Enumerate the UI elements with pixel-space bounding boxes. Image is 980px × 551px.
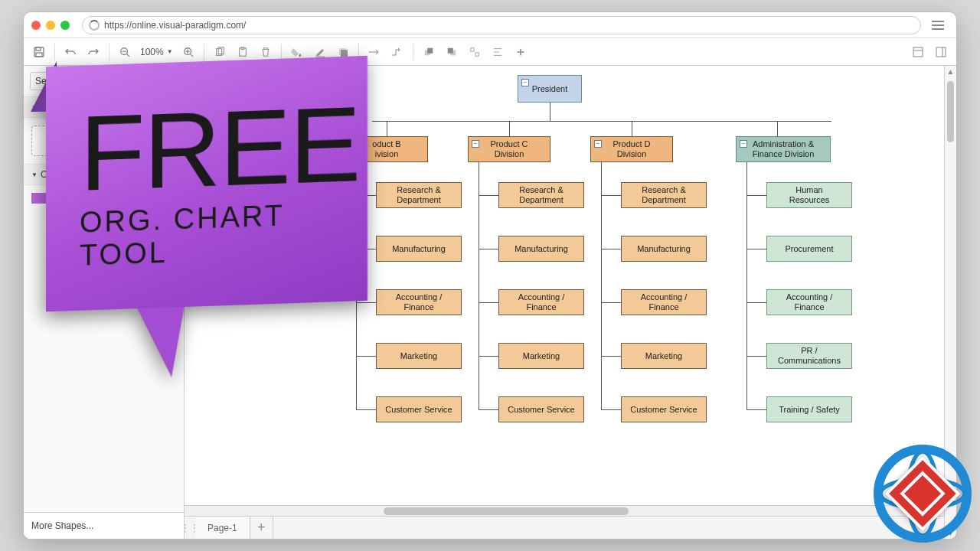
page-tabs: ⋮⋮ Page-1 +	[185, 516, 944, 539]
maximize-window-icon[interactable]	[60, 21, 70, 30]
add-icon[interactable]	[510, 41, 531, 63]
svg-rect-17	[475, 52, 479, 55]
minimize-window-icon[interactable]	[46, 21, 55, 30]
toolbar: 100%▼	[24, 38, 956, 66]
node-division-d[interactable]: Product D Division−	[590, 136, 673, 162]
sidebar-section-scratch[interactable]: ▼Sc	[24, 96, 184, 118]
waypoint-icon[interactable]	[387, 41, 408, 63]
org-shape-swatch[interactable]	[31, 193, 70, 204]
undo-icon[interactable]	[60, 41, 81, 63]
collapse-icon[interactable]: −	[472, 140, 479, 148]
format-panel-icon[interactable]	[907, 41, 929, 63]
svg-rect-15	[447, 47, 452, 53]
to-back-icon[interactable]	[441, 41, 462, 63]
svg-rect-2	[36, 53, 42, 57]
node-dept-c-manufacturing[interactable]: Manufacturing	[498, 236, 584, 262]
node-dept-c-customer[interactable]: Customer Service	[498, 396, 584, 422]
svg-rect-18	[913, 47, 923, 57]
zoom-in-icon[interactable]	[178, 41, 199, 63]
collapse-icon[interactable]: −	[740, 140, 747, 148]
align-icon[interactable]	[487, 41, 508, 63]
node-dept-admin-accounting[interactable]: Accounting / Finance	[766, 289, 852, 315]
paste-icon[interactable]	[232, 41, 253, 63]
collapse-icon[interactable]: −	[521, 79, 529, 86]
copy-icon[interactable]	[209, 41, 230, 63]
connection-icon[interactable]	[364, 41, 385, 63]
node-dept-b-manufacturing[interactable]: Manufacturing	[376, 236, 462, 262]
titlebar: https://online.visual-paradigm.com/	[24, 12, 956, 38]
save-icon[interactable]	[28, 41, 50, 63]
sidebar-section-org[interactable]: ▼Or	[24, 164, 184, 185]
close-window-icon[interactable]	[31, 21, 41, 30]
shadow-icon[interactable]	[332, 41, 354, 63]
vp-logo	[869, 440, 976, 547]
fill-color-icon[interactable]	[286, 41, 308, 63]
node-dept-d-marketing[interactable]: Marketing	[621, 343, 707, 369]
add-page-button[interactable]: +	[250, 517, 273, 539]
zoom-level[interactable]: 100%▼	[137, 47, 176, 57]
line-color-icon[interactable]	[309, 41, 331, 63]
url-text: https://online.visual-paradigm.com/	[104, 20, 246, 31]
loading-spinner-icon	[89, 20, 100, 31]
node-dept-d-customer[interactable]: Customer Service	[621, 396, 707, 422]
svg-rect-11	[341, 50, 348, 57]
window-controls	[31, 21, 70, 30]
node-dept-b-accounting[interactable]: Accounting / Finance	[376, 289, 462, 315]
node-dept-d-research[interactable]: Research & Department	[621, 182, 707, 208]
hamburger-menu-icon[interactable]	[927, 21, 949, 30]
collapse-icon[interactable]: −	[594, 140, 602, 148]
node-dept-admin-procurement[interactable]: Procurement	[766, 236, 852, 262]
redo-icon[interactable]	[83, 41, 104, 63]
horizontal-scrollbar[interactable]	[185, 505, 944, 516]
tab-drag-handle-icon[interactable]: ⋮⋮	[185, 517, 195, 539]
outline-panel-icon[interactable]	[930, 41, 952, 63]
browser-window: https://online.visual-paradigm.com/ 100%…	[23, 11, 957, 540]
node-dept-b-customer[interactable]: Customer Service	[376, 396, 462, 422]
shapes-sidebar: Se ▼Sc ▼Or More Shapes...	[24, 66, 185, 539]
node-division-c[interactable]: Product C Division−	[468, 136, 550, 162]
more-shapes-button[interactable]: More Shapes...	[24, 512, 184, 539]
workspace: Se ▼Sc ▼Or More Shapes... President−oduc…	[24, 66, 956, 539]
zoom-out-icon[interactable]	[114, 41, 136, 63]
address-bar[interactable]: https://online.visual-paradigm.com/	[82, 16, 921, 34]
shapes-search-input[interactable]: Se	[30, 72, 178, 90]
node-dept-c-marketing[interactable]: Marketing	[498, 343, 584, 369]
node-dept-d-manufacturing[interactable]: Manufacturing	[621, 236, 707, 262]
to-front-icon[interactable]	[418, 41, 439, 63]
collapse-icon[interactable]: −	[349, 140, 357, 148]
delete-icon[interactable]	[255, 41, 276, 63]
canvas-area: President−oduct B ivision−Product C Divi…	[185, 66, 944, 539]
node-dept-c-research[interactable]: Research & Department	[498, 182, 584, 208]
node-dept-b-marketing[interactable]: Marketing	[376, 343, 462, 369]
svg-rect-16	[470, 47, 473, 51]
node-president[interactable]: President−	[518, 75, 582, 103]
node-dept-admin-pr[interactable]: PR / Communications	[766, 343, 852, 369]
diagram-canvas[interactable]: President−oduct B ivision−Product C Divi…	[185, 66, 944, 505]
page-tab[interactable]: Page-1	[195, 517, 250, 539]
scratch-slot[interactable]	[31, 126, 77, 156]
svg-rect-9	[315, 56, 325, 57]
svg-rect-1	[36, 47, 41, 51]
node-dept-d-accounting[interactable]: Accounting / Finance	[621, 289, 707, 315]
svg-rect-19	[936, 47, 946, 57]
svg-rect-13	[427, 47, 433, 53]
node-division-b[interactable]: oduct B ivision−	[345, 136, 428, 162]
node-dept-admin-training[interactable]: Training / Safety	[766, 396, 852, 422]
node-dept-c-accounting[interactable]: Accounting / Finance	[498, 289, 584, 315]
group-icon[interactable]	[464, 41, 485, 63]
node-dept-b-research[interactable]: Research & Department	[376, 182, 462, 208]
node-dept-admin-hr[interactable]: Human Resources	[766, 182, 852, 208]
node-division-admin[interactable]: Administration & Finance Division−	[736, 136, 831, 162]
